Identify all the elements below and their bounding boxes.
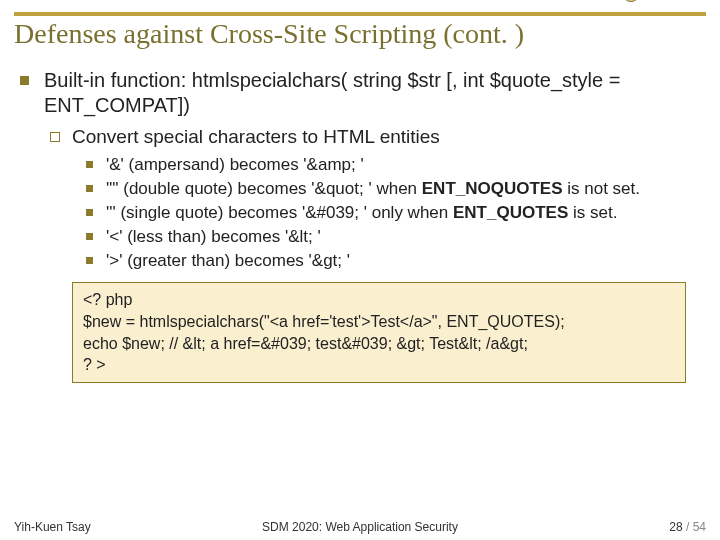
header-right: SVVRL ✦ IM. NTU: [564, 0, 706, 2]
ntu-seal-icon: ✦: [622, 0, 640, 2]
slide-title: Defenses against Cross-Site Scripting (c…: [0, 16, 720, 60]
slide-footer: Yih-Kuen Tsay SDM 2020: Web Application …: [0, 520, 720, 534]
org-left: SVVRL: [564, 0, 616, 2]
list-item: '"' (double quote) becomes '&quot; ' whe…: [106, 178, 690, 200]
list-item: '>' (greater than) becomes '&gt; ': [106, 250, 690, 272]
bullet-level2: Convert special characters to HTML entit…: [72, 126, 690, 148]
footer-course: SDM 2020: Web Application Security: [262, 520, 458, 534]
slide-body: Built-in function: htmlspecialchars( str…: [0, 60, 720, 383]
code-line: ? >: [83, 354, 675, 376]
list-item: ''' (single quote) becomes '&#039; ' onl…: [106, 202, 690, 224]
list-item: '&' (ampersand) becomes '&amp; ': [106, 154, 690, 176]
bullet-level3-list: '&' (ampersand) becomes '&amp; ' '"' (do…: [72, 154, 690, 272]
code-example-box: <? php $new = htmlspecialchars("<a href=…: [72, 282, 686, 382]
footer-page: 28 / 54: [669, 520, 706, 534]
code-line: <? php: [83, 289, 675, 311]
code-line: $new = htmlspecialchars("<a href='test'>…: [83, 311, 675, 333]
code-line: echo $new; // &lt; a href=&#039; test&#0…: [83, 333, 675, 355]
footer-author: Yih-Kuen Tsay: [14, 520, 91, 534]
bullet-level1: Built-in function: htmlspecialchars( str…: [44, 68, 690, 118]
org-right: IM. NTU: [646, 0, 706, 2]
list-item: '<' (less than) becomes '&lt; ': [106, 226, 690, 248]
